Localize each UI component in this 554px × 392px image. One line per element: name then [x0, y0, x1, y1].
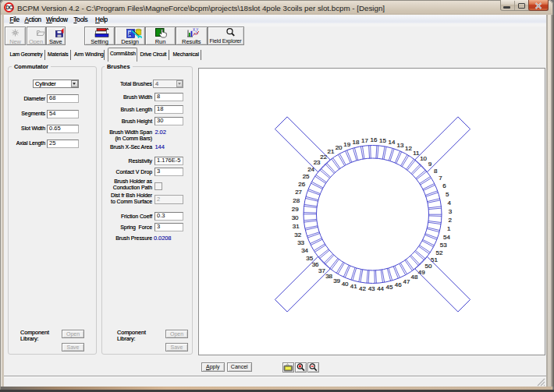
svg-text:30: 30 — [292, 214, 299, 221]
svg-text:45: 45 — [386, 284, 393, 291]
svg-text:2: 2 — [448, 216, 452, 223]
svg-text:19: 19 — [343, 140, 350, 147]
svg-text:8: 8 — [434, 167, 438, 174]
svg-text:33: 33 — [297, 239, 304, 246]
svg-text:20: 20 — [336, 143, 343, 150]
svg-text:5: 5 — [446, 190, 449, 197]
svg-text:24: 24 — [307, 165, 314, 172]
svg-text:26: 26 — [298, 180, 305, 187]
svg-text:23: 23 — [314, 159, 321, 166]
svg-text:28: 28 — [293, 196, 300, 203]
svg-text:32: 32 — [294, 231, 301, 238]
svg-text:42: 42 — [359, 284, 366, 291]
svg-text:43: 43 — [368, 285, 375, 292]
svg-text:7: 7 — [439, 175, 442, 182]
svg-text:12: 12 — [405, 145, 412, 152]
svg-text:40: 40 — [342, 281, 349, 288]
svg-text:1: 1 — [447, 224, 451, 231]
svg-text:22: 22 — [320, 153, 327, 160]
svg-text:10: 10 — [420, 154, 427, 161]
svg-text:18: 18 — [353, 138, 360, 145]
svg-text:29: 29 — [292, 205, 299, 212]
svg-text:34: 34 — [301, 247, 308, 254]
svg-text:48: 48 — [411, 274, 418, 281]
svg-text:15: 15 — [379, 137, 386, 144]
svg-text:52: 52 — [435, 249, 442, 256]
svg-text:4: 4 — [447, 199, 451, 206]
svg-text:39: 39 — [333, 277, 340, 284]
svg-text:41: 41 — [350, 283, 357, 290]
svg-text:46: 46 — [395, 281, 402, 288]
svg-text:50: 50 — [424, 263, 431, 270]
svg-text:53: 53 — [440, 241, 447, 248]
svg-text:13: 13 — [396, 141, 403, 148]
svg-text:X,Y: X,Y — [193, 28, 198, 32]
svg-text:16: 16 — [370, 136, 377, 143]
svg-text:27: 27 — [295, 189, 302, 196]
svg-text:6: 6 — [442, 182, 446, 189]
svg-text:37: 37 — [318, 267, 325, 274]
svg-text:51: 51 — [431, 256, 438, 263]
svg-text:38: 38 — [325, 272, 332, 279]
svg-text:47: 47 — [403, 277, 410, 284]
svg-text:21: 21 — [328, 148, 335, 155]
svg-text:31: 31 — [293, 223, 300, 230]
svg-text:9: 9 — [428, 161, 432, 168]
svg-text:A: A — [128, 31, 132, 37]
svg-text:54: 54 — [443, 233, 450, 240]
svg-text:3: 3 — [449, 207, 453, 214]
svg-text:25: 25 — [303, 172, 310, 179]
svg-text:44: 44 — [377, 284, 384, 291]
svg-text:17: 17 — [361, 136, 368, 143]
svg-text:14: 14 — [388, 139, 395, 146]
